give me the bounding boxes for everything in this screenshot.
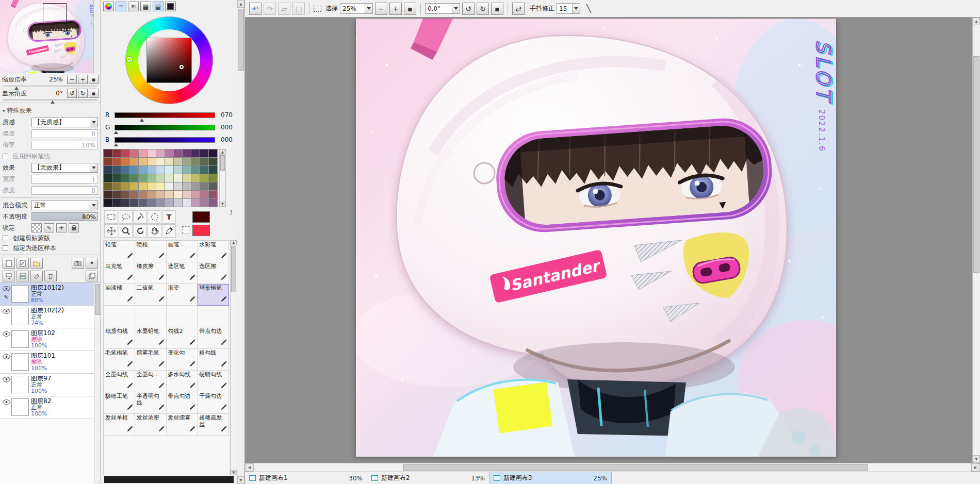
eyedropper-tool[interactable] (162, 224, 176, 238)
saturation-value-square[interactable] (146, 38, 192, 83)
chevron-down-icon[interactable] (90, 163, 97, 172)
merge-down-button[interactable] (17, 271, 29, 281)
color-swatch[interactable] (139, 158, 147, 165)
scale-value[interactable]: 10% (31, 141, 98, 149)
brush-item[interactable]: 发丝单根 (104, 414, 135, 436)
color-swatch[interactable] (174, 166, 182, 174)
panel-scrollbar-thumb[interactable] (238, 9, 244, 71)
tab-canvas-3[interactable]: 新建画布3 25% (489, 472, 612, 484)
color-swatch[interactable] (121, 191, 129, 198)
mixer-toggle[interactable]: ▤ (153, 2, 164, 11)
rotate-ccw-button[interactable]: ↺ (67, 89, 77, 98)
color-swatch[interactable] (130, 199, 138, 207)
color-swatch[interactable] (183, 182, 191, 190)
scroll-down-icon[interactable]: ▼ (237, 476, 244, 484)
brush-item[interactable]: 马克笔 (104, 262, 135, 284)
layer-thumbnail[interactable] (11, 285, 29, 303)
visibility-eye-icon[interactable] (3, 399, 10, 406)
color-swatch[interactable] (139, 149, 147, 157)
lock-transparency-button[interactable] (31, 223, 42, 232)
canvas-document[interactable] (356, 19, 836, 457)
zoom-reset-button[interactable]: ▪ (89, 75, 99, 84)
visibility-eye-icon[interactable] (3, 331, 10, 338)
secondary-color-swatch[interactable] (192, 225, 210, 236)
transfer-down-button[interactable] (3, 271, 15, 281)
new-folder-button[interactable] (30, 258, 43, 269)
blend-mode-select[interactable]: 正常 (31, 201, 98, 210)
color-swatch[interactable] (130, 158, 138, 165)
color-swatch[interactable] (148, 191, 156, 198)
brush-item[interactable]: 半透明勾线 (135, 392, 167, 414)
layer-row[interactable]: 图层82 正常 100% (0, 396, 94, 419)
color-swatch[interactable] (200, 149, 208, 157)
red-slider[interactable] (115, 112, 215, 118)
color-swatch[interactable] (139, 166, 147, 174)
brush-item[interactable]: 擂雾毛笔 (135, 349, 167, 371)
scroll-up-icon[interactable]: ▲ (231, 240, 237, 245)
new-layer-button[interactable] (3, 258, 15, 269)
brush-item[interactable]: 发丝浓密 (135, 414, 167, 436)
special-effects-header[interactable]: ▾ 特殊效果 (0, 105, 101, 116)
layer-row[interactable]: 图层102 擦除 100% (0, 328, 94, 351)
chevron-down-icon[interactable] (452, 4, 460, 13)
opacity-slider[interactable]: 80% (31, 212, 98, 221)
brush-item[interactable]: 橡皮擦 (135, 262, 167, 284)
color-swatch[interactable] (104, 149, 112, 157)
color-swatch[interactable] (148, 158, 156, 165)
color-swatch[interactable] (112, 182, 121, 190)
layer-settings-button[interactable]: ✦ (86, 258, 98, 269)
color-swatch[interactable] (121, 199, 129, 207)
color-swatch[interactable] (174, 182, 182, 190)
hsv-slider-toggle[interactable]: ≋ (128, 2, 139, 11)
color-swatch[interactable] (174, 191, 182, 198)
brush-item[interactable]: 变化勾 (167, 349, 198, 371)
color-swatch[interactable] (165, 199, 173, 207)
layer-list-scrollbar-thumb[interactable] (95, 284, 100, 315)
brush-item[interactable]: 喷枪 (135, 241, 167, 262)
magic-wand-tool[interactable] (133, 210, 147, 224)
rotate-view-tool[interactable] (133, 224, 147, 238)
duplicate-layer-button[interactable] (86, 271, 98, 281)
visibility-eye-icon[interactable] (3, 286, 10, 293)
color-swatch[interactable] (165, 158, 173, 165)
color-swatch[interactable] (191, 166, 200, 174)
color-swatch[interactable] (191, 174, 200, 182)
color-swatch[interactable] (112, 166, 121, 174)
layer-list-scrollbar[interactable] (94, 283, 101, 484)
color-wheel-toggle[interactable] (103, 2, 114, 11)
rgb-slider-toggle[interactable]: ≡ (116, 2, 126, 11)
green-value[interactable]: 000 (218, 124, 233, 131)
color-swatch[interactable] (156, 166, 165, 174)
color-swatch[interactable] (130, 182, 138, 190)
color-swatch[interactable] (209, 199, 217, 207)
texture-select[interactable]: 【无质感】 (31, 118, 98, 127)
color-swatch[interactable] (104, 166, 112, 174)
color-swatch[interactable] (174, 199, 182, 207)
color-swatch[interactable] (209, 158, 217, 165)
brush-item[interactable]: 硬朗勾线 (198, 371, 229, 392)
chevron-down-icon[interactable] (572, 4, 580, 13)
angle-reset-button[interactable]: ▪ (89, 89, 99, 98)
stabilizer-select[interactable]: 15 (557, 3, 580, 14)
layer-row[interactable]: 图层102(2) 正常 74% (0, 306, 94, 328)
color-swatch[interactable] (148, 149, 156, 157)
color-swatch[interactable] (183, 199, 191, 207)
strength-value[interactable]: 0 (31, 129, 98, 138)
color-swatch[interactable] (209, 191, 217, 198)
color-swatch[interactable] (104, 182, 112, 190)
chevron-down-icon[interactable] (90, 201, 97, 210)
lock-pixels-button[interactable]: ✎ (44, 223, 54, 232)
effect-select[interactable]: 【无效果】 (31, 163, 98, 173)
color-swatch[interactable] (112, 158, 121, 165)
swatch-scrollbar-thumb[interactable] (220, 155, 225, 171)
brush-item[interactable]: 全墨勾线 (104, 371, 135, 392)
flip-horizontal-button[interactable]: ⇄ (512, 3, 525, 15)
color-swatch[interactable] (183, 149, 191, 157)
brush-item[interactable]: 二值笔 (135, 284, 167, 306)
lock-position-button[interactable]: ✛ (56, 223, 67, 232)
color-swatch[interactable] (191, 158, 200, 165)
angle-slider-thumb[interactable] (51, 101, 55, 104)
marquee-select-tool[interactable] (104, 210, 118, 224)
color-swatch[interactable] (139, 174, 147, 182)
color-swatch[interactable] (130, 174, 138, 182)
